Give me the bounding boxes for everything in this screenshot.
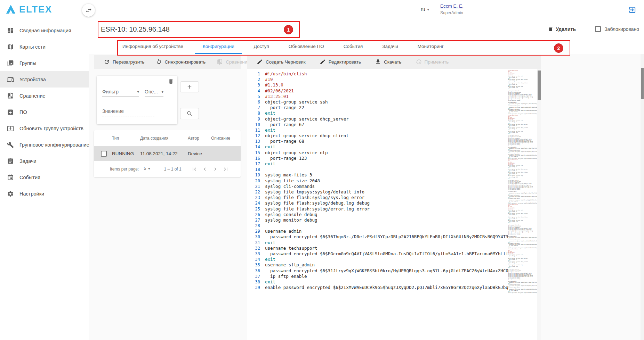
sidebar-item[interactable]: Задачи (0, 153, 89, 169)
tab-label: Информация об устройстве (122, 44, 183, 49)
sidebar-item[interactable]: События (0, 169, 89, 185)
items-per-page-label: Items per page: (110, 167, 139, 172)
line-text: syslog monitor debug (508, 144, 520, 146)
page-scrollbar[interactable] (641, 54, 644, 340)
trash-icon (548, 26, 554, 32)
page-scrollbar-thumb[interactable] (641, 68, 644, 99)
previous-page-button[interactable] (202, 166, 208, 172)
first-page-button[interactable] (191, 166, 198, 172)
sidebar-item[interactable]: Карты сети (0, 39, 89, 55)
tab[interactable]: Конфигурации (193, 39, 244, 54)
code-line: 6 object-group service ssh (247, 99, 508, 105)
tab[interactable]: Доступ (244, 39, 279, 54)
tab[interactable]: Мониторинг (408, 39, 453, 54)
blocked-checkbox[interactable]: Заблокировано (595, 26, 639, 32)
code-line: 16 port-range 123 (247, 156, 508, 161)
language-selector[interactable]: ru ▾ (421, 7, 429, 12)
last-page-button[interactable] (223, 166, 229, 172)
dashboard-icon (7, 27, 14, 34)
line-text: object-group service ssh (265, 99, 328, 105)
line-text: #13:25:01 (265, 94, 289, 99)
line-text: username admin (265, 229, 301, 234)
delete-device-button[interactable]: Удалить (548, 26, 576, 32)
tab[interactable]: События (334, 39, 373, 54)
line-number: 2 (247, 77, 265, 82)
search-button[interactable] (180, 108, 199, 119)
main-content: ESR-10: 10.25.96.148 Удалить Заблокирова… (89, 20, 644, 340)
code-scrollbar-thumb[interactable] (538, 71, 541, 100)
row-checkbox[interactable] (101, 151, 107, 157)
filter-field-select[interactable]: Фильтр ▾ (102, 89, 139, 97)
clear-filter-button[interactable] (168, 78, 174, 86)
tab-label: Мониторинг (418, 44, 444, 49)
column-header: Автор (188, 136, 211, 141)
line-number: 36 (247, 268, 265, 274)
eltex-logo: ELTEX (5, 3, 52, 15)
sidebar-item-label: События (19, 175, 40, 180)
add-filter-button[interactable] (180, 81, 199, 92)
code-lines: 1 #!/usr/bin/clish 2 #19 3 #1.13.0 (247, 71, 508, 290)
line-text: password encrypted $6$36Thgm3r./D0efzP$d… (508, 282, 537, 283)
line-number: 7 (247, 105, 265, 110)
tab[interactable]: Обновление ПО (279, 39, 334, 54)
code-line: 30 password encrypted $6$36Thgm3r./D0efz… (508, 237, 537, 238)
code-line: 30 password encrypted $6$36Thgm3r./D0efz… (508, 103, 537, 105)
checkbox-box[interactable] (595, 26, 601, 32)
sidebar-item[interactable]: Обновить группу устройств (0, 120, 89, 136)
line-number: 3 (247, 82, 265, 88)
line-number: 11 (247, 127, 265, 133)
plus-icon (186, 84, 193, 90)
table-row[interactable]: RUNNING 11.08.2021, 14:22 Device (94, 146, 241, 161)
sysupdate-icon (7, 125, 14, 132)
sidebar-collapse-button[interactable] (82, 4, 95, 17)
sidebar-item-label: Сравнение (19, 93, 46, 99)
code-minimap[interactable]: 1 #!/usr/bin/clish 2 #19 3 #1.13.0 (508, 70, 537, 299)
code-scrollbar[interactable] (537, 69, 541, 340)
filter-value-input[interactable]: Значение (102, 108, 154, 116)
tab[interactable]: Информация об устройстве (113, 39, 193, 54)
user-name-link[interactable]: Eccm E. E. (440, 3, 464, 9)
reboot-button[interactable]: Перезагрузить (104, 59, 145, 65)
sidebar-item[interactable]: Групповое конфигурирование (0, 136, 89, 153)
line-number: 38 (247, 279, 265, 285)
line-text: password encrypted $6$36Thgm3r./D0efzP$d… (265, 234, 508, 240)
chevron-down-icon: ▾ (137, 90, 139, 94)
line-number: 33 (247, 251, 265, 257)
filter-operation-select[interactable]: Опе... ▾ (145, 89, 163, 97)
code-line: 33 password encrypted $6$EGccmGo9rQ4VIjV… (247, 251, 508, 257)
table-body: RUNNING 11.08.2021, 14:22 Device (94, 146, 241, 161)
settings-icon (7, 190, 14, 197)
tab[interactable]: Задачи (372, 39, 408, 54)
page-size-select[interactable]: 5 ▾ (143, 166, 151, 172)
code-line: 2 #19 (247, 77, 508, 82)
sidebar-item[interactable]: Настройки (0, 185, 89, 202)
line-text: exit (265, 257, 275, 262)
sidebar-item[interactable]: Группы (0, 55, 89, 71)
download-button[interactable]: Скачать (375, 59, 402, 65)
sidebar-item[interactable]: ПО (0, 104, 89, 120)
next-page-button[interactable] (212, 166, 218, 172)
line-number: 27 (247, 217, 265, 223)
column-header: Тип (112, 136, 140, 141)
line-text: password encrypted $6$EGccmGo9rQ4VIjVA$L… (508, 107, 537, 108)
history-icon (416, 59, 422, 65)
code-line: 7 port-range 22 (247, 105, 508, 110)
sidebar-item[interactable]: Сравнение (0, 88, 89, 104)
create-draft-button[interactable]: Создать Черновик (257, 59, 306, 65)
edit-button[interactable]: Редактировать (320, 59, 361, 65)
sidebar-item[interactable]: Сводная информация (0, 22, 89, 39)
compare-icon (7, 92, 14, 99)
line-text: username sftp_admin (265, 262, 315, 268)
sidebar-item[interactable]: Устройства (0, 71, 89, 88)
config-code-panel: 1 #!/usr/bin/clish 2 #19 3 #1.13.0 (247, 69, 541, 340)
eltex-logo-mark-icon (5, 3, 17, 15)
logout-button[interactable] (628, 6, 636, 15)
user-menu[interactable]: Eccm E. E. SuperAdmin (440, 3, 464, 15)
line-text: password encrypted $6$EGccmGo9rQ4VIjVA$L… (265, 251, 508, 257)
line-text: exit (508, 267, 510, 268)
code-line: 14 exit (247, 144, 508, 150)
code-line: 10 port-range 67 (247, 122, 508, 127)
line-number: 5 (247, 94, 265, 99)
sync-button[interactable]: Синхронизировать (156, 59, 206, 65)
code-line: 3 #1.13.0 (247, 82, 508, 88)
